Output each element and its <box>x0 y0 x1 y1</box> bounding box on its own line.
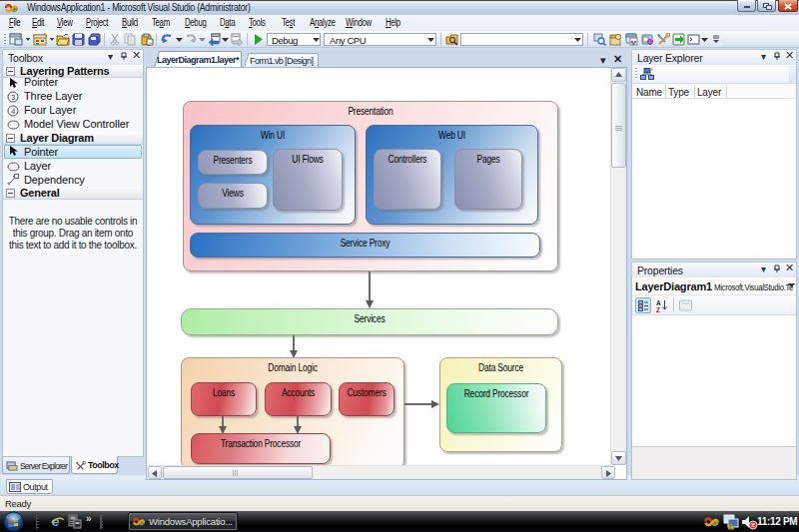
svg-text:!: ! <box>730 524 732 530</box>
svg-text:Z: Z <box>656 306 660 312</box>
svg-text:A: A <box>656 299 661 306</box>
svg-text:4: 4 <box>11 108 15 115</box>
svg-text:3: 3 <box>11 94 15 101</box>
